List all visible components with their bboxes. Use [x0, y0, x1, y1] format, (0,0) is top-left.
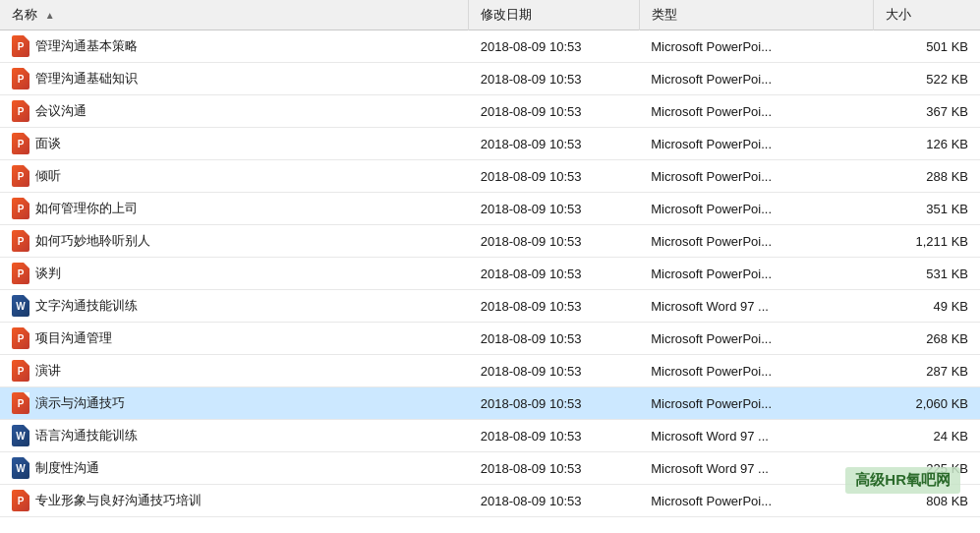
table-row[interactable]: 文字沟通技能训练2018-08-09 10:53Microsoft Word 9… [0, 290, 980, 323]
ppt-icon [12, 327, 29, 349]
file-type: Microsoft PowerPoi... [639, 193, 873, 225]
file-type: Microsoft PowerPoi... [639, 387, 873, 420]
file-size: 351 KB [874, 193, 980, 225]
ppt-icon [12, 68, 29, 89]
file-name-text: 文字沟通技能训练 [35, 297, 138, 315]
file-type: Microsoft PowerPoi... [639, 258, 873, 290]
file-size: 126 KB [874, 128, 980, 160]
file-list-container: 名称 ▲ 修改日期 类型 大小 管理沟通基本策略2018-08-09 10:53… [0, 0, 980, 533]
col-header-date[interactable]: 修改日期 [469, 0, 639, 30]
doc-icon [12, 457, 29, 479]
file-type: Microsoft PowerPoi... [639, 63, 873, 95]
file-name-cell: 倾听 [12, 165, 457, 187]
file-date: 2018-08-09 10:53 [469, 387, 639, 420]
table-row[interactable]: 会议沟通2018-08-09 10:53Microsoft PowerPoi..… [0, 95, 980, 128]
file-name-cell: 如何管理你的上司 [12, 198, 457, 219]
ppt-icon [12, 392, 29, 414]
file-type: Microsoft PowerPoi... [639, 95, 873, 128]
file-name-cell: 项目沟通管理 [12, 327, 457, 349]
file-date: 2018-08-09 10:53 [469, 452, 639, 485]
file-date: 2018-08-09 10:53 [469, 95, 639, 128]
ppt-icon [12, 198, 29, 219]
table-row[interactable]: 专业形象与良好沟通技巧培训2018-08-09 10:53Microsoft P… [0, 485, 980, 517]
file-size: 2,060 KB [874, 387, 980, 420]
file-name-text: 管理沟通基本策略 [35, 37, 138, 55]
table-row[interactable]: 制度性沟通2018-08-09 10:53Microsoft Word 97 .… [0, 452, 980, 485]
file-size: 49 KB [874, 290, 980, 323]
file-name-text: 倾听 [35, 167, 61, 185]
file-name-text: 面谈 [35, 135, 61, 152]
table-header-row: 名称 ▲ 修改日期 类型 大小 [0, 0, 980, 30]
col-header-size[interactable]: 大小 [874, 0, 980, 30]
file-name-text: 演讲 [35, 362, 61, 380]
file-name-cell: 管理沟通基本策略 [12, 35, 457, 57]
file-name-text: 专业形象与良好沟通技巧培训 [35, 492, 202, 509]
file-size: 531 KB [874, 258, 980, 290]
file-date: 2018-08-09 10:53 [469, 193, 639, 225]
table-row[interactable]: 演讲2018-08-09 10:53Microsoft PowerPoi...2… [0, 355, 980, 387]
file-type: Microsoft PowerPoi... [639, 30, 873, 63]
file-name-text: 制度性沟通 [35, 459, 99, 477]
file-type: Microsoft PowerPoi... [639, 225, 873, 258]
table-row[interactable]: 演示与沟通技巧2018-08-09 10:53Microsoft PowerPo… [0, 387, 980, 420]
table-row[interactable]: 面谈2018-08-09 10:53Microsoft PowerPoi...1… [0, 128, 980, 160]
table-row[interactable]: 管理沟通基础知识2018-08-09 10:53Microsoft PowerP… [0, 63, 980, 95]
ppt-icon [12, 360, 29, 382]
file-size: 522 KB [874, 63, 980, 95]
file-name-cell: 如何巧妙地聆听别人 [12, 230, 457, 252]
ppt-icon [12, 263, 29, 284]
ppt-icon [12, 165, 29, 187]
file-name-text: 如何巧妙地聆听别人 [35, 232, 150, 250]
file-size: 367 KB [874, 95, 980, 128]
file-size: 1,211 KB [874, 225, 980, 258]
file-date: 2018-08-09 10:53 [469, 63, 639, 95]
col-header-type[interactable]: 类型 [639, 0, 873, 30]
table-row[interactable]: 谈判2018-08-09 10:53Microsoft PowerPoi...5… [0, 258, 980, 290]
file-name-cell: 谈判 [12, 263, 457, 284]
file-name-cell: 演示与沟通技巧 [12, 392, 457, 414]
file-date: 2018-08-09 10:53 [469, 160, 639, 193]
col-header-name[interactable]: 名称 ▲ [0, 0, 469, 30]
file-name-cell: 文字沟通技能训练 [12, 295, 457, 317]
ppt-icon [12, 100, 29, 122]
file-type: Microsoft PowerPoi... [639, 128, 873, 160]
file-table: 名称 ▲ 修改日期 类型 大小 管理沟通基本策略2018-08-09 10:53… [0, 0, 980, 517]
file-type: Microsoft PowerPoi... [639, 355, 873, 387]
table-row[interactable]: 项目沟通管理2018-08-09 10:53Microsoft PowerPoi… [0, 323, 980, 355]
file-name-text: 管理沟通基础知识 [35, 70, 138, 88]
file-size: 225 KB [874, 452, 980, 485]
ppt-icon [12, 133, 29, 154]
file-size: 808 KB [874, 485, 980, 517]
table-row[interactable]: 如何管理你的上司2018-08-09 10:53Microsoft PowerP… [0, 193, 980, 225]
doc-icon [12, 295, 29, 317]
file-date: 2018-08-09 10:53 [469, 355, 639, 387]
file-date: 2018-08-09 10:53 [469, 290, 639, 323]
file-name-text: 项目沟通管理 [35, 329, 112, 347]
file-date: 2018-08-09 10:53 [469, 128, 639, 160]
file-name-cell: 语言沟通技能训练 [12, 425, 457, 446]
file-type: Microsoft Word 97 ... [639, 290, 873, 323]
file-name-cell: 制度性沟通 [12, 457, 457, 479]
file-size: 288 KB [874, 160, 980, 193]
file-type: Microsoft PowerPoi... [639, 323, 873, 355]
doc-icon [12, 425, 29, 446]
file-name-text: 语言沟通技能训练 [35, 427, 138, 444]
file-name-cell: 会议沟通 [12, 100, 457, 122]
table-row[interactable]: 语言沟通技能训练2018-08-09 10:53Microsoft Word 9… [0, 420, 980, 452]
file-date: 2018-08-09 10:53 [469, 258, 639, 290]
file-date: 2018-08-09 10:53 [469, 485, 639, 517]
file-type: Microsoft Word 97 ... [639, 420, 873, 452]
file-type: Microsoft PowerPoi... [639, 160, 873, 193]
file-name-text: 演示与沟通技巧 [35, 394, 125, 412]
file-date: 2018-08-09 10:53 [469, 30, 639, 63]
file-type: Microsoft PowerPoi... [639, 485, 873, 517]
file-name-cell: 专业形象与良好沟通技巧培训 [12, 490, 457, 511]
table-row[interactable]: 倾听2018-08-09 10:53Microsoft PowerPoi...2… [0, 160, 980, 193]
file-name-text: 会议沟通 [35, 102, 86, 120]
file-name-cell: 面谈 [12, 133, 457, 154]
ppt-icon [12, 230, 29, 252]
file-name-text: 谈判 [35, 265, 61, 282]
table-row[interactable]: 管理沟通基本策略2018-08-09 10:53Microsoft PowerP… [0, 30, 980, 63]
file-date: 2018-08-09 10:53 [469, 420, 639, 452]
table-row[interactable]: 如何巧妙地聆听别人2018-08-09 10:53Microsoft Power… [0, 225, 980, 258]
